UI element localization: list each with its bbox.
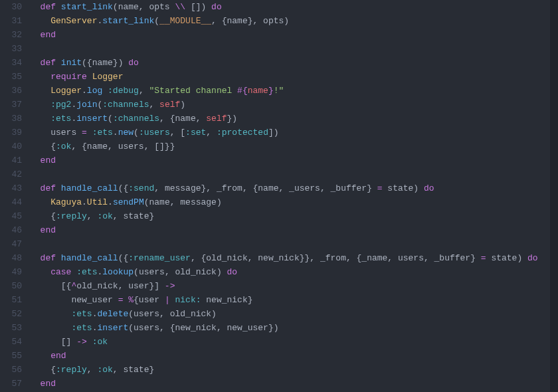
token-fn: log [87,86,102,96]
token-punc: state) [383,183,424,193]
code-line[interactable]: def init({name}) do [30,56,553,70]
token-kw: def [41,58,56,68]
token-atom: :protected [217,128,268,138]
token-fn: handle_call [61,253,118,263]
token-mod: Kaguya [50,197,82,207]
code-editor[interactable]: def start_link(name, opts \\ []) do GenS… [30,0,558,392]
line-number: 53 [5,321,22,335]
token-atom: :rename_user [128,253,191,263]
code-line[interactable] [30,167,553,181]
code-line[interactable]: new_user = %{user | nick: new_nick} [30,293,553,307]
code-line[interactable]: {:reply, :ok, state} [30,209,553,223]
code-line[interactable]: def handle_call({:rename_user, {old_nick… [30,251,553,265]
code-line[interactable]: def start_link(name, opts \\ []) do [30,0,553,14]
token-punc: (users, {new_nick, new_user}) [128,323,278,333]
token-punc: , [87,365,98,375]
token-kw: do [424,183,434,193]
token-kw: do [128,58,139,68]
code-line[interactable]: {:ok, {name, users, []}} [30,140,553,153]
token-kw: do [527,253,538,263]
code-line[interactable]: case :ets.lookup(users, old_nick) do [30,265,553,279]
line-number: 57 [5,377,22,391]
token-atom: :channels [113,114,159,124]
token-punc: ({ [118,183,129,193]
token-punc [30,267,50,277]
token-kw: def [41,253,56,263]
line-number: 46 [5,223,22,237]
token-kw: def [41,183,56,193]
line-number: 39 [5,126,22,140]
token-fn: insert [76,114,108,124]
line-number: 36 [5,84,22,98]
token-var: self [206,114,227,124]
token-punc [30,309,71,319]
token-punc [30,197,50,207]
code-line[interactable]: :ets.insert(users, {new_nick, new_user}) [30,321,553,335]
token-punc: users [30,128,82,138]
token-atom: :ok [97,365,112,375]
token-punc: , [87,211,98,221]
token-punc: { [30,365,56,375]
token-punc: (users, old_nick) [134,267,227,277]
code-line[interactable]: end [30,223,553,237]
token-op: = [481,253,486,263]
token-op: % [128,295,134,305]
token-punc: , {name}, opts) [211,16,289,26]
token-punc: (users, old_nick) [128,309,217,319]
line-number: 42 [5,167,22,181]
code-line[interactable]: :pg2.join(:channels, self) [30,98,553,112]
token-punc [30,100,50,110]
line-number: 47 [5,237,22,251]
line-number: 41 [5,153,22,167]
token-punc: new_user [30,295,118,305]
code-line[interactable]: end [30,349,553,363]
token-atom: :send [128,183,154,193]
code-line[interactable] [30,237,553,251]
token-punc [30,183,41,193]
code-line[interactable]: end [30,153,553,167]
token-punc: state) [486,253,527,263]
token-punc [30,72,50,82]
line-number: 44 [5,195,22,209]
code-line[interactable] [30,42,553,56]
token-kw: end [41,155,56,165]
token-var: self [159,100,180,110]
code-line[interactable]: require Logger [30,70,553,84]
token-punc [56,253,61,263]
line-number: 50 [5,279,22,293]
token-var: name [248,86,268,96]
token-interp: } [268,86,274,96]
token-fn: delete [97,309,128,319]
code-line[interactable]: [{^old_nick, user}] -> [30,279,553,293]
vertical-scrollbar[interactable] [550,0,558,392]
token-kw: end [41,379,56,389]
token-punc: ]) [268,128,279,138]
code-line[interactable]: GenServer.start_link(__MODULE__, {name},… [30,14,553,28]
token-punc [30,86,50,96]
token-atom: :reply [56,365,87,375]
token-punc: new_nick} [201,295,253,305]
token-punc: ) [180,100,185,110]
code-line[interactable]: users = :ets.new(:users, [:set, :protect… [30,126,553,140]
code-line[interactable]: end [30,28,553,42]
code-line[interactable]: Logger.log :debug, "Started channel #{na… [30,84,553,98]
line-number: 33 [5,42,22,56]
token-punc [30,16,50,26]
token-fn: new [118,128,134,138]
token-punc: old_nick, user}] [76,281,165,291]
token-punc [30,225,41,235]
token-str: "Started channel [149,86,237,96]
code-line[interactable]: def handle_call({:send, message}, _from,… [30,181,553,195]
token-fn: sendPM [113,197,144,207]
code-line[interactable]: :ets.insert(:channels, {name, self}) [30,112,553,126]
code-line[interactable]: [] -> :ok [30,335,553,349]
token-op: -> [165,281,175,291]
token-atom: :ets [76,267,97,277]
line-number: 37 [5,98,22,112]
code-line[interactable]: end [30,377,553,391]
code-line[interactable]: Kaguya.Util.sendPM(name, message) [30,195,553,209]
token-punc: [{ [30,281,71,291]
token-atom: :ok [97,211,112,221]
code-line[interactable]: :ets.delete(users, old_nick) [30,307,553,321]
code-line[interactable]: {:reply, :ok, state} [30,363,553,377]
